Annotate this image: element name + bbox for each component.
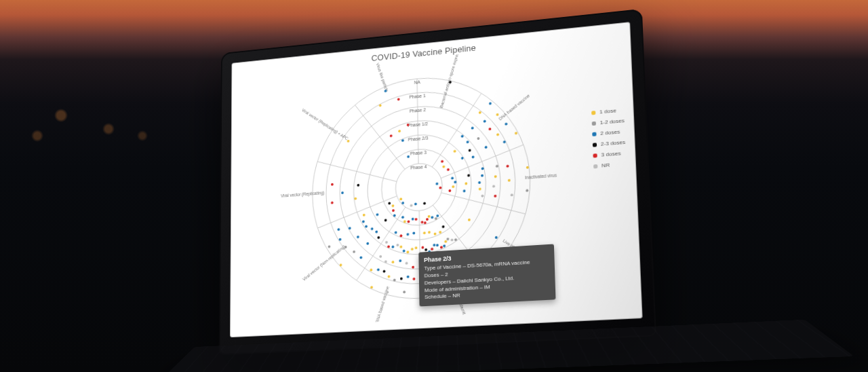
data-point[interactable] — [434, 233, 437, 236]
data-point[interactable] — [446, 238, 449, 240]
data-point[interactable] — [441, 160, 443, 163]
data-point[interactable] — [341, 191, 344, 194]
data-point[interactable] — [370, 286, 373, 289]
data-point[interactable] — [412, 231, 415, 234]
data-point[interactable] — [469, 149, 471, 151]
data-point[interactable] — [481, 195, 484, 198]
data-point[interactable] — [392, 261, 395, 263]
data-point[interactable] — [484, 120, 486, 123]
data-point[interactable] — [423, 202, 426, 205]
legend-item[interactable]: 1-2 doses — [591, 117, 625, 126]
data-point[interactable] — [435, 183, 438, 185]
data-point[interactable] — [357, 236, 359, 238]
data-point[interactable] — [400, 277, 403, 280]
data-point[interactable] — [384, 219, 387, 221]
data-point[interactable] — [371, 227, 374, 230]
data-point[interactable] — [515, 132, 517, 134]
data-point[interactable] — [391, 246, 394, 248]
data-point[interactable] — [390, 134, 393, 137]
data-point[interactable] — [439, 187, 441, 189]
data-point[interactable] — [461, 135, 464, 138]
data-point[interactable] — [508, 179, 511, 182]
data-point[interactable] — [385, 241, 388, 244]
data-point[interactable] — [433, 244, 435, 246]
data-point[interactable] — [444, 240, 447, 243]
data-point[interactable] — [379, 255, 382, 258]
data-point[interactable] — [398, 130, 401, 132]
data-point[interactable] — [376, 213, 379, 216]
data-point[interactable] — [436, 244, 439, 246]
data-point[interactable] — [408, 220, 410, 223]
data-point[interactable] — [340, 263, 342, 266]
data-point[interactable] — [395, 231, 397, 234]
data-point[interactable] — [399, 259, 401, 262]
data-point[interactable] — [485, 146, 488, 149]
data-point[interactable] — [410, 204, 413, 207]
data-point[interactable] — [479, 111, 481, 114]
data-point[interactable] — [496, 165, 498, 168]
data-point[interactable] — [505, 123, 507, 126]
data-point[interactable] — [401, 139, 404, 142]
data-point[interactable] — [431, 248, 433, 250]
data-point[interactable] — [479, 187, 481, 190]
data-point[interactable] — [511, 193, 513, 196]
data-point[interactable] — [406, 233, 409, 236]
data-point[interactable] — [526, 166, 529, 169]
data-point[interactable] — [467, 174, 470, 176]
data-point[interactable] — [400, 234, 403, 237]
data-point[interactable] — [399, 245, 402, 248]
data-point[interactable] — [349, 227, 351, 229]
data-point[interactable] — [442, 225, 445, 228]
data-point[interactable] — [365, 225, 368, 228]
data-point[interactable] — [411, 248, 414, 250]
data-point[interactable] — [331, 202, 334, 204]
legend-item[interactable]: 2 doses — [592, 128, 625, 137]
data-point[interactable] — [412, 265, 414, 268]
data-point[interactable] — [425, 248, 427, 251]
data-point[interactable] — [392, 209, 395, 212]
data-point[interactable] — [440, 246, 443, 248]
data-point[interactable] — [489, 102, 492, 105]
data-point[interactable] — [451, 176, 454, 179]
data-point[interactable] — [375, 230, 378, 233]
data-point[interactable] — [397, 98, 400, 100]
data-point[interactable] — [392, 204, 395, 207]
data-point[interactable] — [423, 231, 426, 234]
data-point[interactable] — [442, 166, 445, 168]
data-point[interactable] — [403, 250, 406, 253]
data-point[interactable] — [347, 140, 350, 143]
data-point[interactable] — [414, 202, 417, 205]
data-point[interactable] — [496, 133, 499, 136]
data-point[interactable] — [413, 278, 416, 280]
data-point[interactable] — [366, 242, 369, 245]
data-point[interactable] — [399, 198, 402, 200]
data-point[interactable] — [451, 239, 454, 242]
data-point[interactable] — [421, 221, 424, 223]
data-point[interactable] — [481, 174, 484, 177]
data-point[interactable] — [344, 246, 347, 248]
data-point[interactable] — [431, 216, 433, 219]
data-point[interactable] — [328, 245, 331, 248]
data-point[interactable] — [337, 228, 340, 231]
data-point[interactable] — [447, 168, 450, 171]
data-point[interactable] — [496, 113, 499, 116]
data-point[interactable] — [363, 214, 366, 217]
data-point[interactable] — [477, 137, 479, 140]
data-point[interactable] — [467, 141, 469, 143]
legend-item[interactable]: 2-3 doses — [593, 139, 626, 148]
data-point[interactable] — [421, 246, 424, 248]
data-point[interactable] — [426, 218, 429, 221]
data-point[interactable] — [478, 181, 481, 184]
data-point[interactable] — [471, 127, 474, 130]
data-point[interactable] — [362, 220, 365, 223]
data-point[interactable] — [492, 185, 495, 187]
data-point[interactable] — [377, 236, 380, 239]
data-point[interactable] — [415, 246, 418, 249]
data-point[interactable] — [454, 150, 456, 153]
data-point[interactable] — [495, 236, 498, 239]
legend-item[interactable]: NR — [593, 161, 627, 170]
data-point[interactable] — [407, 155, 410, 158]
data-point[interactable] — [468, 219, 471, 221]
data-point[interactable] — [428, 231, 431, 234]
data-point[interactable] — [383, 270, 386, 273]
